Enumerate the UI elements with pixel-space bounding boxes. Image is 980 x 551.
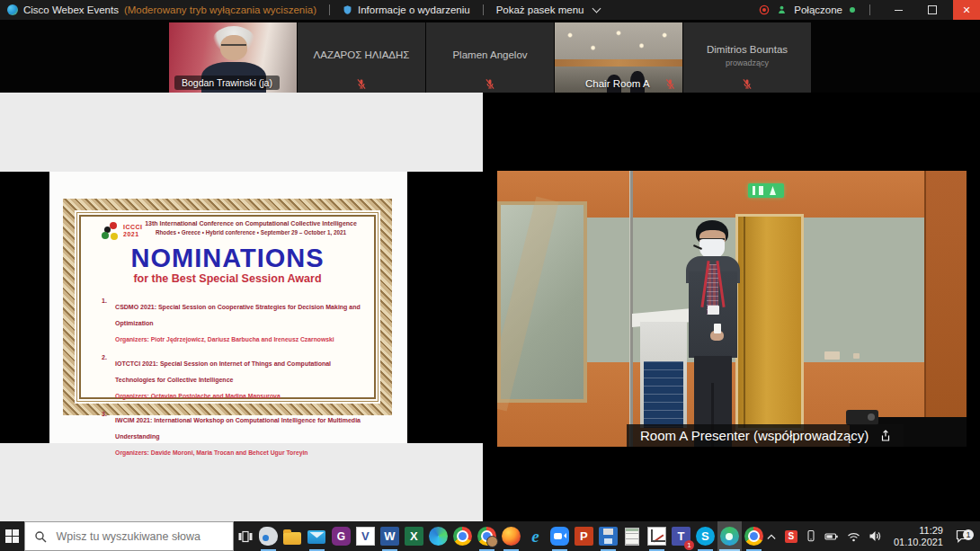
taskbar-icon-zoom[interactable] [548, 521, 572, 551]
volume-icon[interactable] [869, 530, 882, 542]
minimize-button[interactable] [885, 0, 912, 20]
battery-icon[interactable] [824, 531, 839, 542]
slide-title: NOMINATIONS [85, 244, 370, 271]
word-icon: W [380, 527, 399, 546]
participant-name: Dimitrios Bountas [683, 44, 811, 55]
task-view-icon [238, 530, 253, 543]
webex-logo-icon [7, 4, 18, 15]
tray-chevron-up-icon[interactable] [766, 532, 777, 541]
windows-logo-icon [5, 529, 20, 544]
participant-name: Chair Room A [585, 78, 650, 89]
taskbar-icon-chrome-profile[interactable] [475, 521, 499, 551]
participant-filmstrip: Bogdan Trawinski (ja)ΛΑΖΑΡΟΣ ΗΛΙΑΔΗΣPlam… [0, 20, 980, 93]
certificate-content: ICCCI 2021 13th International Conference… [85, 219, 370, 395]
slide-subtitle: for the Best Special Session Award [85, 271, 370, 286]
participant-name: ΛΑΖΑΡΟΣ ΗΛΙΑΔΗΣ [298, 49, 425, 60]
recording-icon[interactable] [759, 4, 770, 15]
taskbar-search[interactable] [24, 521, 234, 551]
participant-role: prowadzący [683, 58, 811, 67]
taskbar-icon-skype[interactable]: S [693, 521, 717, 551]
presentation-slide[interactable]: ICCCI 2021 13th International Conference… [49, 172, 407, 443]
taskbar-icon-mail[interactable] [305, 521, 329, 551]
webex-window: Cisco Webex Events (Moderowany tryb wyłą… [0, 0, 980, 551]
internet-explorer-icon: e [526, 527, 545, 546]
action-center-button[interactable]: 1 [951, 529, 975, 543]
camera-equipment [846, 410, 878, 425]
maximize-button[interactable] [919, 0, 946, 20]
participant-tile-plamen[interactable]: Plamen Angelov [426, 22, 554, 93]
iccci-logo: ICCCI 2021 [102, 221, 157, 241]
taskbar-icon-chrome[interactable] [450, 521, 475, 551]
event-info-button[interactable]: Informacje o wydarzeniu [358, 4, 470, 15]
light-switch [824, 351, 840, 360]
conference-title: 13th International Conference on Computa… [132, 219, 370, 228]
session-title: IWCIM 2021: International Workshop on Co… [115, 417, 361, 440]
taskbar-icon-chrome-2[interactable] [742, 521, 766, 551]
taskbar-icon-powerpoint[interactable]: P [572, 521, 596, 551]
taskbar-icon-webex[interactable] [717, 521, 742, 551]
windows-taskbar: GVWXePT1S S 11:29 01.10.2021 [0, 521, 980, 551]
share-icon[interactable] [879, 430, 892, 442]
clock-time: 11:29 [894, 525, 943, 537]
muted-mic-icon [357, 78, 367, 90]
presenter-name-overlay: Room A Presenter (współprowadzący) [627, 424, 904, 447]
wifi-icon[interactable] [847, 531, 860, 542]
taskbar-icon-excel[interactable]: X [402, 521, 426, 551]
powerpoint-icon: P [575, 527, 593, 546]
taskbar-clock[interactable]: 11:29 01.10.2021 [894, 525, 943, 548]
participant-tile-chair-room-a[interactable]: Chair Room A [555, 22, 682, 93]
session-title: CSDMO 2021: Special Session on Cooperati… [115, 304, 361, 326]
search-icon [34, 530, 47, 543]
taskbar-icon-teams[interactable]: T1 [669, 521, 693, 551]
search-input[interactable] [54, 529, 224, 544]
participant-name: Plamen Angelov [426, 49, 554, 60]
file-explorer-icon [283, 532, 301, 545]
taskbar-icon-floppy-app[interactable] [596, 521, 620, 551]
muted-mic-icon [743, 78, 753, 90]
firefox-icon [502, 527, 521, 546]
taskbar-icon-visio[interactable]: V [353, 521, 378, 551]
start-button[interactable] [0, 521, 24, 551]
participant-tile-dimitrios[interactable]: Dimitrios Bountasprowadzący [683, 22, 811, 93]
wall-mirror [497, 201, 587, 403]
presenter-video-pane: Room A Presenter (współprowadzący) [483, 93, 980, 521]
item-number: 1. [102, 297, 115, 345]
taskbar-icon-graph-app[interactable] [645, 521, 669, 551]
taskbar-icon-firefox[interactable] [499, 521, 523, 551]
light-switch-small [853, 353, 860, 359]
taskbar-icon-file-explorer[interactable] [281, 521, 305, 551]
taskbar-icon-internet-explorer[interactable]: e [523, 521, 548, 551]
connection-status: Połączone [794, 4, 842, 15]
taskbar-icon-gom-player[interactable]: G [329, 521, 353, 551]
show-menu-bar-button[interactable]: Pokaż pasek menu [496, 4, 584, 15]
taskbar-icon-word[interactable]: W [378, 521, 402, 551]
conference-subtitle: Rhodes • Greece • Hybrid conference • Se… [132, 228, 370, 236]
skype-icon: S [696, 527, 715, 546]
floppy-app-icon [599, 527, 618, 546]
taskbar-icon-edge[interactable] [426, 521, 450, 551]
task-view-button[interactable] [234, 521, 256, 551]
iccci-logo-text: ICCCI 2021 [123, 224, 143, 237]
exit-sign [748, 183, 784, 198]
participant-tile-bogdan[interactable]: Bogdan Trawinski (ja) [169, 22, 297, 93]
audio-connected-icon[interactable] [777, 4, 787, 15]
tray-red-s-app-icon[interactable]: S [785, 530, 797, 543]
separator [329, 4, 330, 15]
participant-tile-lazaros[interactable]: ΛΑΖΑΡΟΣ ΗΛΙΑΔΗΣ [298, 22, 425, 93]
presenter-video[interactable]: Room A Presenter (współprowadzący) [490, 171, 967, 447]
participant-strip: Bogdan Trawinski (ja)ΛΑΖΑΡΟΣ ΗΛΙΑΔΗΣPlam… [169, 22, 811, 93]
podium-poster [644, 361, 683, 428]
iccci-logo-icon [102, 222, 120, 240]
teams-notification-badge: 1 [684, 540, 694, 550]
session-title: IOTCTCI 2021: Special Session on Interne… [115, 360, 331, 383]
presenter-badge [708, 306, 719, 315]
your-phone-icon[interactable] [806, 529, 816, 543]
wall-edge [629, 171, 633, 447]
taskbar-icon-notepad-app[interactable] [620, 521, 645, 551]
taskbar-icon-paint-3d[interactable] [256, 521, 281, 551]
zoom-icon [550, 527, 569, 546]
certificate-frame: ICCCI 2021 13th International Conference… [63, 199, 392, 415]
close-button[interactable]: ✕ [953, 0, 980, 20]
separator [483, 4, 484, 15]
participant-name: Bogdan Trawinski (ja) [174, 76, 280, 90]
